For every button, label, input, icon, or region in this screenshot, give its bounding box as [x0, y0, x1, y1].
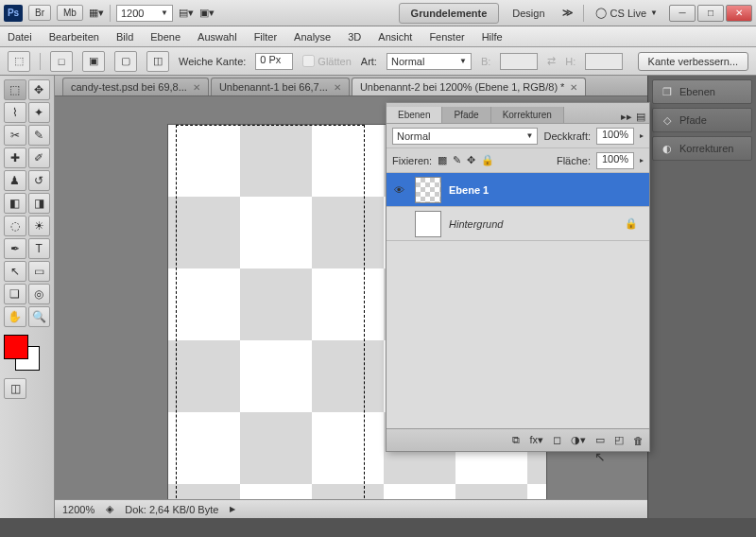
crop-tool[interactable]: ✂: [4, 125, 26, 146]
eyedropper-tool[interactable]: ✎: [28, 125, 51, 146]
eraser-tool[interactable]: ◧: [4, 193, 26, 214]
type-tool[interactable]: T: [28, 238, 51, 259]
selection-new-icon[interactable]: □: [50, 51, 73, 72]
shape-tool[interactable]: ▭: [28, 261, 51, 282]
adjustments-tab[interactable]: Korrekturen: [491, 107, 564, 123]
menu-fenster[interactable]: Fenster: [429, 31, 464, 43]
minibridge-button[interactable]: Mb: [57, 5, 83, 21]
arrange-dropdown[interactable]: ▤▾: [179, 6, 194, 21]
new-layer-icon[interactable]: ◰: [614, 434, 624, 446]
path-select-tool[interactable]: ↖: [4, 261, 26, 282]
close-button[interactable]: ✕: [726, 5, 752, 22]
expand-icon[interactable]: ▸▸: [621, 111, 632, 123]
menu-datei[interactable]: Datei: [8, 31, 32, 43]
foreground-color[interactable]: [4, 335, 28, 359]
history-brush-tool[interactable]: ↺: [28, 170, 51, 191]
lock-all-icon[interactable]: 🔒: [481, 154, 494, 166]
wand-tool[interactable]: ✦: [28, 102, 51, 123]
fill-arrow-icon[interactable]: ▸: [640, 156, 644, 165]
menu-3d[interactable]: 3D: [348, 31, 361, 43]
brush-tool[interactable]: ✐: [28, 147, 51, 168]
layer-thumbnail[interactable]: [415, 177, 441, 203]
lock-pixels-icon[interactable]: ✎: [453, 154, 461, 166]
delete-layer-icon[interactable]: 🗑: [633, 435, 644, 446]
menu-ansicht[interactable]: Ansicht: [378, 31, 412, 43]
zoom-status[interactable]: 1200%: [62, 504, 94, 515]
visibility-icon[interactable]: 👁: [390, 182, 407, 199]
adjustment-layer-icon[interactable]: ◑▾: [571, 434, 586, 446]
visibility-icon[interactable]: [390, 216, 407, 233]
panel-pfade-button[interactable]: ◇Pfade: [652, 108, 752, 132]
pen-tool[interactable]: ✒: [4, 238, 26, 259]
menu-ebene[interactable]: Ebene: [150, 31, 180, 43]
lasso-tool[interactable]: ⌇: [4, 102, 26, 123]
fill-input[interactable]: 100%: [596, 152, 634, 169]
blend-mode-select[interactable]: Normal▼: [392, 128, 538, 145]
move-tool[interactable]: ✥: [28, 79, 51, 100]
3d-tool[interactable]: ❏: [4, 284, 26, 304]
menu-filter[interactable]: Filter: [254, 31, 277, 43]
menu-bearbeiten[interactable]: Bearbeiten: [49, 31, 99, 43]
dodge-tool[interactable]: ☀: [28, 216, 51, 236]
selection-intersect-icon[interactable]: ◫: [146, 51, 169, 72]
nav-icon[interactable]: ◈: [106, 503, 113, 515]
doc-info[interactable]: Dok: 2,64 KB/0 Byte: [125, 504, 218, 515]
layer-style-icon[interactable]: fx▾: [529, 434, 543, 446]
link-layers-icon[interactable]: ⧉: [512, 434, 520, 446]
style-select[interactable]: Normal▼: [387, 53, 472, 70]
workspace-design[interactable]: Design: [505, 4, 552, 23]
panel-ebenen-button[interactable]: ❐Ebenen: [652, 79, 752, 104]
feather-input[interactable]: 0 Px: [255, 53, 293, 70]
layer-thumbnail[interactable]: [415, 211, 441, 237]
opacity-input[interactable]: 100%: [596, 128, 634, 145]
menu-analyse[interactable]: Analyse: [294, 31, 331, 43]
bridge-button[interactable]: Br: [28, 5, 51, 21]
lock-transparency-icon[interactable]: ▩: [438, 154, 447, 166]
color-swatch[interactable]: [4, 335, 40, 371]
group-icon[interactable]: ▭: [595, 434, 605, 446]
zoom-input[interactable]: 1200▼: [116, 5, 173, 22]
menu-hilfe[interactable]: Hilfe: [482, 31, 503, 43]
minimize-button[interactable]: ─: [669, 5, 696, 22]
menu-auswahl[interactable]: Auswahl: [198, 31, 237, 43]
close-icon[interactable]: ✕: [193, 82, 200, 93]
doc-tab-0[interactable]: candy-test.psd bei 69,8...✕: [62, 78, 209, 95]
hand-tool[interactable]: ✋: [4, 306, 26, 327]
quickmask-tool[interactable]: ◫: [4, 378, 26, 399]
layers-panel[interactable]: Ebenen Pfade Korrekturen ▸▸ ▤ Normal▼ De…: [386, 102, 650, 452]
stamp-tool[interactable]: ♟: [4, 170, 26, 191]
refine-edge-button[interactable]: Kante verbessern...: [638, 52, 748, 71]
gradient-tool[interactable]: ◨: [28, 193, 51, 214]
workspace-more[interactable]: ≫: [558, 3, 577, 23]
lock-position-icon[interactable]: ✥: [467, 154, 475, 166]
3d-camera-tool[interactable]: ◎: [28, 284, 51, 304]
panel-korrekturen-button[interactable]: ◐Korrekturen: [652, 136, 752, 161]
blur-tool[interactable]: ◌: [4, 216, 26, 236]
view-extras-dropdown[interactable]: ▦▾: [89, 6, 104, 21]
layer-mask-icon[interactable]: ◻: [553, 434, 561, 446]
cslive-button[interactable]: ◯ CS Live ▼: [590, 7, 663, 19]
current-tool-icon[interactable]: ⬚: [8, 51, 30, 72]
close-icon[interactable]: ✕: [570, 82, 577, 93]
marquee-tool[interactable]: ⬚: [4, 79, 26, 100]
doc-tab-2[interactable]: Unbenannt-2 bei 1200% (Ebene 1, RGB/8) *…: [352, 78, 586, 95]
doc-tab-1[interactable]: Unbenannt-1 bei 66,7...✕: [211, 78, 350, 95]
maximize-button[interactable]: □: [697, 5, 724, 22]
zoom-tool[interactable]: 🔍: [28, 306, 51, 327]
workspace-grundelemente[interactable]: Grundelemente: [399, 3, 500, 24]
close-icon[interactable]: ✕: [334, 82, 341, 93]
layer-row[interactable]: 👁 Ebene 1: [387, 173, 649, 207]
selection-add-icon[interactable]: ▣: [82, 51, 105, 72]
menu-bild[interactable]: Bild: [116, 31, 133, 43]
layer-name[interactable]: Ebene 1: [449, 184, 645, 196]
opacity-arrow-icon[interactable]: ▸: [640, 131, 644, 140]
heal-tool[interactable]: ✚: [4, 147, 26, 168]
layer-row[interactable]: Hintergrund 🔒: [387, 207, 649, 241]
info-dropdown-icon[interactable]: ▶: [230, 505, 235, 513]
screen-mode-dropdown[interactable]: ▣▾: [199, 6, 215, 21]
selection-subtract-icon[interactable]: ▢: [114, 51, 137, 72]
panel-menu-icon[interactable]: ▤: [636, 111, 645, 123]
paths-tab[interactable]: Pfade: [442, 107, 490, 123]
layers-tab[interactable]: Ebenen: [387, 107, 442, 123]
layer-name[interactable]: Hintergrund: [449, 218, 617, 230]
